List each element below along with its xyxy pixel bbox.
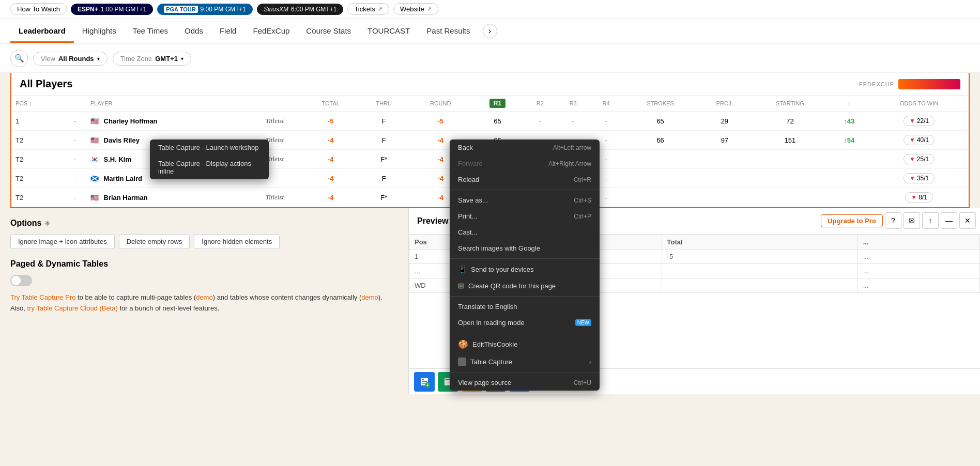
row-odds[interactable]: ▼ 25/1: [869, 150, 969, 169]
options-header: Options ✳: [10, 219, 398, 228]
ctx-save-shortcut: Ctrl+S: [574, 197, 591, 204]
svg-rect-2: [422, 379, 424, 380]
delete-empty-rows-btn[interactable]: Delete empty rows: [119, 234, 190, 249]
row-pos: T2: [11, 188, 64, 207]
row-odds[interactable]: ▼ 40/1: [869, 131, 969, 150]
tab-course-stats[interactable]: Course Stats: [298, 20, 359, 43]
how-to-watch-button[interactable]: How To Watch: [10, 3, 67, 15]
row-strokes: [623, 150, 698, 169]
row-player[interactable]: 🇺🇸 Charley Hoffman: [86, 112, 247, 131]
row-odds[interactable]: ▼ 35/1: [869, 169, 969, 188]
row-total: -4: [303, 131, 358, 150]
ctx-divider-3: [450, 296, 600, 297]
ctx-cast[interactable]: Cast...: [450, 224, 600, 240]
preview-col-4: ...: [858, 235, 979, 250]
minimize-button[interactable]: —: [941, 212, 957, 229]
odds-value: 8/1: [918, 194, 927, 201]
logo-text: Titleist: [266, 193, 284, 201]
ctx-back[interactable]: Back Alt+Left arrow: [450, 139, 600, 156]
row-starting: [751, 150, 829, 169]
view-dropdown[interactable]: View All Rounds ▾: [33, 52, 108, 66]
tab-leaderboard[interactable]: Leaderboard: [10, 20, 74, 43]
options-star-icon: ✳: [44, 220, 50, 227]
odds-value: 25/1: [917, 156, 929, 163]
ctx-submenu: Table Capture - Launch workshop Table Ca…: [150, 139, 269, 179]
row-start-arrow: ↑43: [829, 112, 870, 131]
ctx-reload[interactable]: Reload Ctrl+R: [450, 172, 600, 188]
odds-arrow: ▼: [911, 194, 917, 201]
tab-field[interactable]: Field: [211, 20, 245, 43]
row-player[interactable]: 🇺🇸 Brian Harman: [86, 188, 247, 207]
tab-odds[interactable]: Odds: [176, 20, 211, 43]
row-odds[interactable]: ▼ 22/1: [869, 112, 969, 131]
nav-more-button[interactable]: ›: [483, 24, 497, 38]
col-r4: R4: [590, 96, 623, 112]
row-change: -: [64, 150, 86, 169]
how-to-watch-label: How To Watch: [17, 5, 60, 13]
ctx-print[interactable]: Print... Ctrl+P: [450, 208, 600, 224]
ctx-search-label: Search images with Google: [458, 244, 540, 252]
ctx-view-source[interactable]: View page source Ctrl+U: [450, 375, 600, 391]
pgolf-button[interactable]: PGA TOUR 9:00 PM GMT+1: [157, 4, 253, 15]
fedexcup-label: FEDEXCUP: [859, 81, 894, 87]
google-sheets-add-icon[interactable]: +: [414, 372, 435, 392]
website-button[interactable]: Website ↗: [393, 3, 438, 15]
tab-fedexcup[interactable]: FedExCup: [244, 20, 298, 43]
ctx-qr-code[interactable]: ⊞ Create QR code for this page: [450, 277, 600, 294]
odds-badge: ▼ 35/1: [904, 173, 935, 183]
view-filter-label: View: [41, 55, 55, 63]
espn-time: 1:00 PM GMT+1: [101, 6, 146, 13]
arrow-up-button[interactable]: ↑: [922, 212, 939, 229]
col-change: [64, 96, 86, 112]
try-pro-link[interactable]: Try Table Capture Pro: [10, 293, 75, 301]
ctx-reading-mode[interactable]: Open in reading mode NEW: [450, 315, 600, 331]
promo-text: Try Table Capture Pro to be able to capt…: [10, 292, 398, 314]
ctx-search-images[interactable]: Search images with Google: [450, 240, 600, 256]
close-button[interactable]: ✕: [959, 212, 976, 229]
row-thru: F: [358, 112, 409, 131]
ctx-submenu-workshop[interactable]: Table Capture - Launch workshop: [150, 139, 269, 156]
row-starting: [751, 188, 829, 207]
col-strokes: STROKES: [623, 96, 698, 112]
demo1-link[interactable]: demo: [196, 293, 213, 301]
tickets-label: Tickets: [354, 5, 375, 13]
row-proj: [698, 150, 751, 169]
sirius-button[interactable]: SiriusXM 6:00 PM GMT+1: [257, 4, 343, 15]
search-button[interactable]: 🔍: [10, 50, 28, 67]
row-odds[interactable]: ▼ 8/1: [869, 188, 969, 207]
ignore-hidden-btn[interactable]: Ignore hidden elements: [194, 234, 280, 249]
ctx-table-capture[interactable]: Table Capture ›: [450, 353, 600, 370]
upgrade-pro-button[interactable]: Upgrade to Pro: [821, 214, 883, 227]
top-bar: How To Watch ESPN+ 1:00 PM GMT+1 PGA TOU…: [0, 0, 980, 19]
tab-tourcast[interactable]: TOURCAST: [359, 20, 418, 43]
timezone-dropdown[interactable]: Time Zone GMT+1 ▾: [113, 52, 191, 66]
row-r1: 65: [471, 112, 524, 131]
help-button[interactable]: ?: [885, 212, 901, 229]
player-name: Martin Laird: [104, 175, 142, 182]
ctx-submenu-inline[interactable]: Table Capture - Display actions inline: [150, 156, 269, 179]
odds-arrow: ▼: [909, 136, 915, 144]
ext-toolbar: Upgrade to Pro ? ✉ ↑ — ✕: [821, 212, 976, 229]
email-button[interactable]: ✉: [904, 212, 920, 229]
ignore-image-btn[interactable]: Ignore image + icon attributes: [10, 234, 115, 249]
tickets-button[interactable]: Tickets ↗: [347, 3, 389, 15]
cloud-link[interactable]: try Table Capture Cloud (Beta): [27, 304, 118, 312]
ctx-edit-cookie[interactable]: 🍪 EditThisCookie: [450, 335, 600, 353]
ctx-send-devices[interactable]: 📱 Send to your devices: [450, 261, 600, 277]
search-icon: 🔍: [14, 54, 24, 63]
qr-icon: ⊞: [458, 282, 464, 290]
tab-tee-times[interactable]: Tee Times: [125, 20, 176, 43]
chevron-down-icon: ▾: [97, 56, 100, 61]
preview-cell-4b: ...: [858, 264, 979, 278]
tab-past-results[interactable]: Past Results: [418, 20, 478, 43]
col-r3: R3: [557, 96, 590, 112]
tab-highlights[interactable]: Highlights: [74, 20, 125, 43]
ctx-translate[interactable]: Translate to English: [450, 299, 600, 315]
row-pos: 1: [11, 112, 64, 131]
ctx-workshop-label: Table Capture - Launch workshop: [158, 144, 258, 151]
demo2-link[interactable]: demo: [361, 293, 378, 301]
ctx-save-as[interactable]: Save as... Ctrl+S: [450, 192, 600, 208]
espn-button[interactable]: ESPN+ 1:00 PM GMT+1: [71, 4, 153, 15]
leaderboard-header: All Players FEDEXCUP: [11, 73, 969, 95]
paged-tables-toggle[interactable]: [10, 275, 32, 286]
